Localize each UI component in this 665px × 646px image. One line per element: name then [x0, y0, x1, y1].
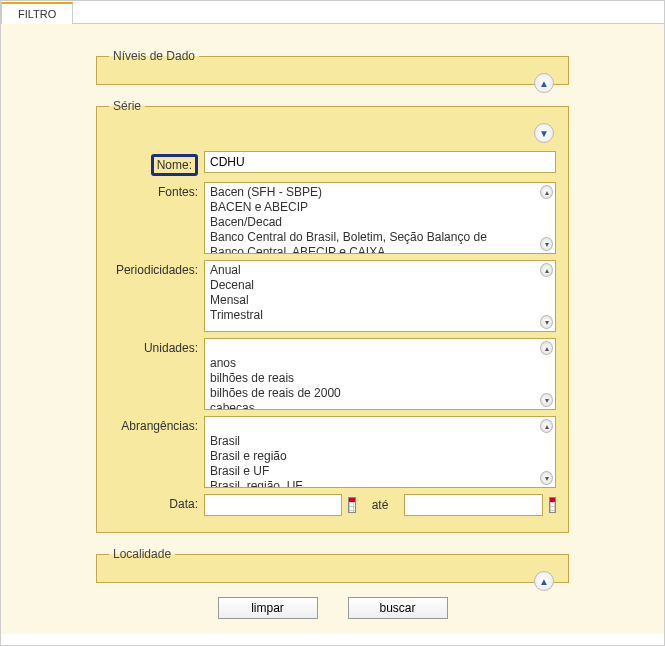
list-item[interactable]: BACEN e ABECIP [210, 200, 539, 215]
list-item[interactable]: Banco Central, ABECIP e CAIXA [210, 245, 539, 254]
scrollbar[interactable]: ▴ ▾ [540, 419, 553, 485]
list-item[interactable] [210, 419, 539, 434]
scroll-down-icon[interactable]: ▾ [540, 237, 553, 251]
list-item[interactable]: Brasil, região, UF [210, 479, 539, 488]
toggle-localidade[interactable]: ▲ [534, 571, 554, 591]
abrang-listbox[interactable]: Brasil Brasil e região Brasil e UF Brasi… [204, 416, 556, 488]
legend-localidade: Localidade [109, 547, 175, 561]
list-item[interactable]: bilhões de reais de 2000 [210, 386, 539, 401]
row-unidades: Unidades: anos bilhões de reais bilhões … [109, 338, 556, 410]
list-item[interactable]: Bacen (SFH - SBPE) [210, 185, 539, 200]
chevron-up-icon: ▲ [539, 576, 549, 587]
unidades-listbox[interactable]: anos bilhões de reais bilhões de reais d… [204, 338, 556, 410]
scrollbar[interactable]: ▴ ▾ [540, 341, 553, 407]
list-item[interactable]: Trimestral [210, 308, 539, 323]
legend-niveis: Níveis de Dado [109, 49, 199, 63]
scrollbar[interactable]: ▴ ▾ [540, 185, 553, 251]
period-listbox[interactable]: Anual Decenal Mensal Trimestral ▴ ▾ [204, 260, 556, 332]
limpar-button[interactable]: limpar [218, 597, 318, 619]
row-data: Data: até [109, 494, 556, 516]
scrollbar[interactable]: ▴ ▾ [540, 263, 553, 329]
list-item[interactable] [210, 341, 539, 356]
row-period: Periodicidades: Anual Decenal Mensal Tri… [109, 260, 556, 332]
row-fontes: Fontes: Bacen (SFH - SBPE) BACEN e ABECI… [109, 182, 556, 254]
scroll-up-icon[interactable]: ▴ [540, 263, 553, 277]
label-ate: até [362, 498, 399, 512]
label-data: Data: [109, 494, 204, 511]
scroll-up-icon[interactable]: ▴ [540, 341, 553, 355]
label-nome: Nome: [151, 154, 198, 176]
list-item[interactable]: cabeças [210, 401, 539, 410]
chevron-down-icon: ▼ [539, 128, 549, 139]
scroll-up-icon[interactable]: ▴ [540, 185, 553, 199]
list-item[interactable]: Bacen/Decad [210, 215, 539, 230]
label-abrang: Abrangências: [109, 416, 204, 433]
list-item[interactable]: Decenal [210, 278, 539, 293]
list-item[interactable]: Brasil e UF [210, 464, 539, 479]
list-item[interactable]: anos [210, 356, 539, 371]
tab-bar: FILTRO [1, 1, 664, 24]
scroll-down-icon[interactable]: ▾ [540, 315, 553, 329]
label-unidades: Unidades: [109, 338, 204, 355]
list-item[interactable]: Banco Central do Brasil, Boletim, Seção … [210, 230, 539, 245]
buscar-button[interactable]: buscar [348, 597, 448, 619]
buttons-row: limpar buscar [96, 597, 569, 619]
list-item[interactable]: Mensal [210, 293, 539, 308]
nome-input[interactable] [204, 151, 556, 173]
calendar-icon[interactable] [549, 497, 556, 513]
list-item[interactable]: bilhões de reais [210, 371, 539, 386]
toggle-niveis[interactable]: ▲ [534, 73, 554, 93]
list-item[interactable]: Brasil [210, 434, 539, 449]
main-area: Níveis de Dado ▲ Série ▼ Nome: [1, 24, 664, 634]
fieldset-serie: Série ▼ Nome: Fontes: Ba [96, 99, 569, 533]
fieldset-niveis: Níveis de Dado ▲ [96, 49, 569, 85]
calendar-icon[interactable] [348, 497, 355, 513]
scroll-down-icon[interactable]: ▾ [540, 393, 553, 407]
list-item[interactable]: Anual [210, 263, 539, 278]
data-end-input[interactable] [404, 494, 542, 516]
data-start-input[interactable] [204, 494, 342, 516]
app-frame: FILTRO Níveis de Dado ▲ Série ▼ Nome: [0, 0, 665, 646]
tab-filtro[interactable]: FILTRO [1, 2, 73, 24]
fontes-listbox[interactable]: Bacen (SFH - SBPE) BACEN e ABECIP Bacen/… [204, 182, 556, 254]
fieldset-localidade: Localidade ▲ [96, 547, 569, 583]
scroll-down-icon[interactable]: ▾ [540, 471, 553, 485]
list-item[interactable]: Brasil e região [210, 449, 539, 464]
serie-body: Nome: Fontes: Bacen (SFH - SBPE) BACEN e… [109, 151, 556, 516]
chevron-up-icon: ▲ [539, 78, 549, 89]
row-nome: Nome: [109, 151, 556, 176]
legend-serie: Série [109, 99, 145, 113]
label-period: Periodicidades: [109, 260, 204, 277]
toggle-serie[interactable]: ▼ [534, 123, 554, 143]
scroll-up-icon[interactable]: ▴ [540, 419, 553, 433]
label-fontes: Fontes: [109, 182, 204, 199]
row-abrang: Abrangências: Brasil Brasil e região Bra… [109, 416, 556, 488]
